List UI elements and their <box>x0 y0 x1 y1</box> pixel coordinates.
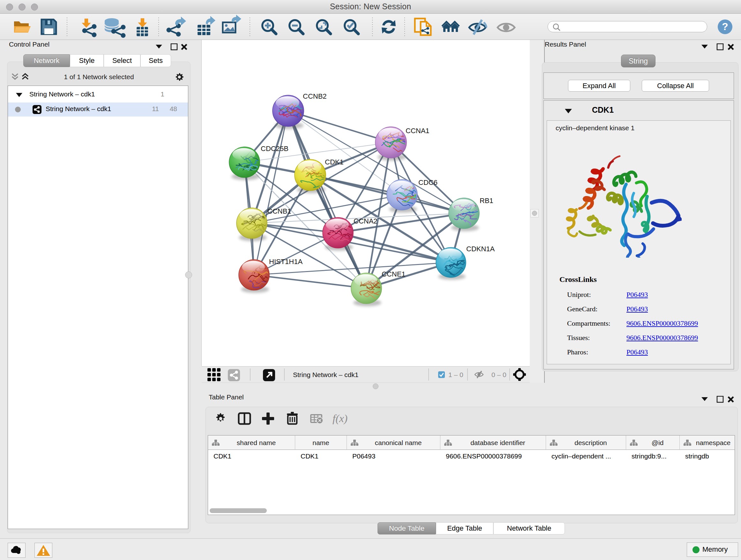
svg-text:CCNB1: CCNB1 <box>267 207 291 215</box>
svg-text:RB1: RB1 <box>480 197 493 205</box>
svg-text:CDK1: CDK1 <box>325 158 344 166</box>
svg-text:CCNE1: CCNE1 <box>382 270 406 278</box>
svg-text:f(x): f(x) <box>333 413 347 425</box>
svg-text:CCNA1: CCNA1 <box>406 127 429 135</box>
svg-text:CCNB2: CCNB2 <box>303 92 327 100</box>
svg-text:CDC6: CDC6 <box>418 179 437 186</box>
svg-text:CDC25B: CDC25B <box>261 145 288 152</box>
svg-text:HIST1H1A: HIST1H1A <box>269 258 302 266</box>
svg-text:CDKN1A: CDKN1A <box>466 245 495 253</box>
svg-text:1 – 0: 1 – 0 <box>448 371 463 378</box>
svg-text:0 – 0: 0 – 0 <box>491 371 507 378</box>
svg-text:?: ? <box>722 21 728 32</box>
svg-text:CCNA2: CCNA2 <box>354 217 378 225</box>
svg-text:String Network – cdk1: String Network – cdk1 <box>293 371 358 378</box>
